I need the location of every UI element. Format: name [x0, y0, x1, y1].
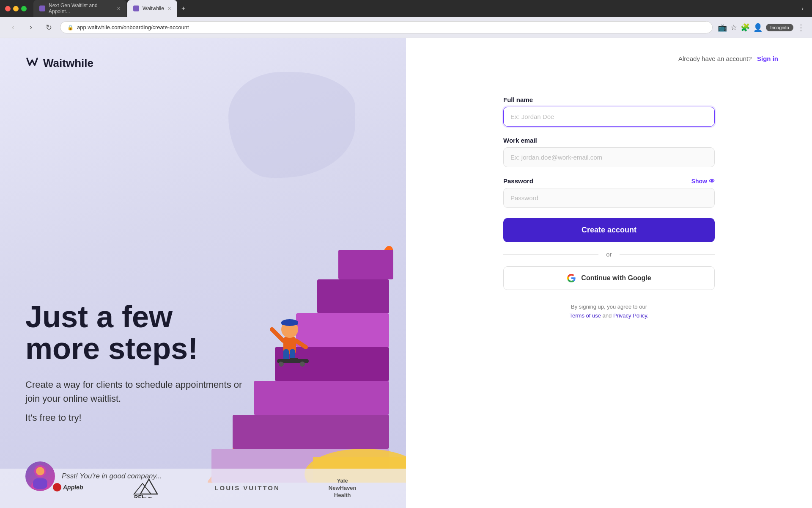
- full-name-input[interactable]: [503, 107, 715, 127]
- browser-tabs: Next Gen Waitlist and Appoint... ✕ Waitw…: [33, 0, 795, 17]
- tab-1-favicon: [39, 6, 45, 11]
- tab-2[interactable]: Waitwhile ✕: [127, 0, 177, 17]
- bookmark-icon[interactable]: ☆: [730, 23, 737, 32]
- password-input[interactable]: [503, 188, 715, 208]
- social-proof: Psst! You're in good company...: [25, 461, 381, 491]
- tab-2-favicon: [133, 6, 139, 11]
- menu-icon[interactable]: ⋮: [797, 22, 805, 33]
- url-text: app.waitwhile.com/onboarding/create-acco…: [77, 24, 189, 30]
- show-label: Show: [691, 178, 707, 185]
- hero-text: Just a fewmore steps! Create a way for c…: [25, 301, 381, 444]
- reload-btn[interactable]: ↻: [42, 21, 55, 34]
- eye-icon: 👁: [709, 178, 715, 185]
- google-icon: [567, 273, 576, 283]
- extension-icon[interactable]: 🧩: [741, 23, 750, 32]
- avatar: [25, 461, 55, 491]
- browser-actions: 📺 ☆ 🧩 👤 Incognito ⋮: [718, 22, 805, 33]
- password-label: Password: [503, 177, 533, 185]
- maximize-window-btn[interactable]: [21, 6, 27, 11]
- privacy-policy-link[interactable]: Privacy Policy.: [613, 312, 649, 319]
- url-bar[interactable]: 🔒 app.waitwhile.com/onboarding/create-ac…: [60, 21, 713, 33]
- social-proof-text: Psst! You're in good company...: [62, 472, 162, 480]
- logo: Waitwhile: [25, 55, 381, 72]
- left-panel: Waitwhile: [0, 38, 406, 508]
- hero-free: It's free to try!: [25, 412, 381, 423]
- tab-2-label: Waitwhile: [143, 6, 164, 11]
- svg-text:co-op: co-op: [142, 496, 153, 498]
- already-account-section: Already have an account? Sign in: [440, 55, 778, 62]
- password-label-row: Password Show 👁: [503, 177, 715, 185]
- svg-rect-7: [338, 250, 393, 279]
- tab-list-btn[interactable]: ›: [798, 3, 807, 14]
- hero-heading: Just a fewmore steps!: [25, 301, 381, 365]
- back-btn[interactable]: ‹: [7, 21, 19, 34]
- terms-and: and: [603, 312, 612, 319]
- logo-text: Waitwhile: [43, 57, 93, 70]
- sign-in-link[interactable]: Sign in: [757, 55, 778, 62]
- full-name-label: Full name: [503, 96, 715, 103]
- browser-chrome: Next Gen Waitlist and Appoint... ✕ Waitw…: [0, 0, 812, 17]
- show-password-btn[interactable]: Show 👁: [691, 178, 715, 185]
- full-name-group: Full name: [503, 96, 715, 127]
- minimize-window-btn[interactable]: [13, 6, 19, 11]
- tab-1-close[interactable]: ✕: [117, 6, 121, 11]
- close-window-btn[interactable]: [5, 6, 11, 11]
- create-account-button[interactable]: Create account: [503, 218, 715, 242]
- svg-rect-26: [33, 478, 47, 489]
- svg-point-25: [36, 467, 44, 475]
- already-account-text: Already have an account?: [678, 55, 752, 62]
- screen-cast-icon[interactable]: 📺: [718, 23, 727, 32]
- or-text: or: [606, 251, 612, 258]
- terms-of-use-link[interactable]: Terms of use: [570, 312, 601, 319]
- tab-2-close[interactable]: ✕: [167, 6, 171, 11]
- forward-btn[interactable]: ›: [25, 21, 37, 34]
- profile-icon[interactable]: 👤: [753, 23, 763, 32]
- decorative-blob: [228, 72, 355, 178]
- tab-1[interactable]: Next Gen Waitlist and Appoint... ✕: [33, 0, 126, 17]
- continue-with-google-btn[interactable]: Continue with Google: [503, 266, 715, 290]
- create-account-form: Full name Work email Password Show 👁: [503, 96, 715, 320]
- hero-subtext: Create a way for clients to schedule app…: [25, 378, 245, 406]
- window-controls: [5, 6, 27, 11]
- google-btn-label: Continue with Google: [581, 274, 651, 282]
- work-email-group: Work email: [503, 137, 715, 167]
- address-bar: ‹ › ↻ 🔒 app.waitwhile.com/onboarding/cre…: [0, 17, 812, 38]
- work-email-label: Work email: [503, 137, 715, 144]
- terms-text-1: By signing up, you agree to our: [571, 304, 647, 310]
- new-tab-btn[interactable]: +: [178, 0, 189, 17]
- work-email-input[interactable]: [503, 147, 715, 167]
- right-panel: Already have an account? Sign in Full na…: [406, 38, 812, 508]
- incognito-badge: Incognito: [766, 24, 793, 31]
- lock-icon: 🔒: [67, 25, 74, 30]
- tab-1-label: Next Gen Waitlist and Appoint...: [49, 3, 113, 14]
- logo-icon: [25, 55, 39, 72]
- or-divider: or: [503, 251, 715, 258]
- page-layout: Waitwhile: [0, 38, 812, 508]
- password-group: Password Show 👁: [503, 177, 715, 208]
- terms-section: By signing up, you agree to our Terms of…: [503, 303, 715, 320]
